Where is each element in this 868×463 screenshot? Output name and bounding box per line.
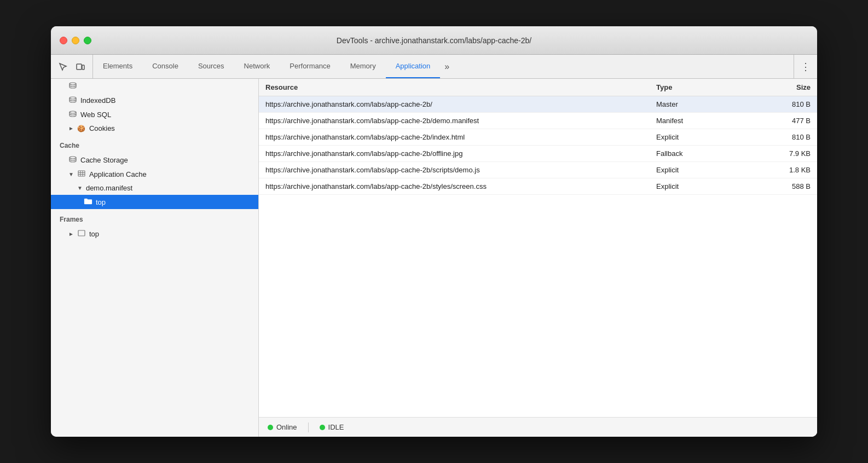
svg-rect-11 bbox=[78, 230, 85, 236]
table-row[interactable]: https://archive.jonathanstark.com/labs/a… bbox=[259, 178, 817, 195]
sidebar-label-top-frame: top bbox=[89, 230, 99, 238]
sidebar-label-cache-storage: Cache Storage bbox=[80, 156, 128, 164]
tab-elements[interactable]: Elements bbox=[93, 55, 142, 78]
content-panel: Resource Type Size https://archive.jonat… bbox=[259, 79, 817, 437]
main-content: ​ IndexedDB Web SQL ► 🍪 Cookies bbox=[51, 79, 817, 437]
cell-resource: https://archive.jonathanstark.com/labs/a… bbox=[259, 96, 650, 113]
cell-resource: https://archive.jonathanstark.com/labs/a… bbox=[259, 146, 650, 162]
app-cache-expand-icon: ▼ bbox=[68, 171, 74, 177]
top-frame-expand-icon: ► bbox=[68, 231, 74, 237]
sidebar-item-websql[interactable]: Web SQL bbox=[51, 107, 258, 121]
devtools-window: DevTools - archive.jonathanstark.com/lab… bbox=[51, 26, 817, 437]
sidebar-label-app-cache: Application Cache bbox=[89, 170, 147, 178]
tab-memory[interactable]: Memory bbox=[340, 55, 386, 78]
idle-dot bbox=[320, 425, 325, 430]
sidebar-label-indexeddb: IndexedDB bbox=[80, 96, 115, 105]
resource-table-container[interactable]: Resource Type Size https://archive.jonat… bbox=[259, 79, 817, 417]
cell-type: Master bbox=[650, 96, 733, 113]
column-header-size[interactable]: Size bbox=[733, 79, 817, 96]
svg-rect-6 bbox=[78, 171, 85, 176]
online-dot bbox=[268, 425, 273, 430]
sidebar-item-indexeddb[interactable]: IndexedDB bbox=[51, 93, 258, 107]
sidebar-item-cache-storage[interactable]: Cache Storage bbox=[51, 153, 258, 167]
window-title: DevTools - archive.jonathanstark.com/lab… bbox=[337, 36, 531, 45]
table-row[interactable]: https://archive.jonathanstark.com/labs/a… bbox=[259, 129, 817, 146]
online-label: Online bbox=[276, 423, 297, 431]
table-row[interactable]: https://archive.jonathanstark.com/labs/a… bbox=[259, 162, 817, 178]
tab-sources[interactable]: Sources bbox=[188, 55, 234, 78]
cell-type: Fallback bbox=[650, 146, 733, 162]
cookies-expand-icon: ► bbox=[68, 125, 74, 131]
db-icon bbox=[68, 82, 77, 90]
sidebar-item-top-cache[interactable]: top bbox=[51, 195, 258, 209]
tab-console[interactable]: Console bbox=[142, 55, 188, 78]
svg-point-5 bbox=[70, 157, 76, 159]
sidebar-item-demo-manifest[interactable]: ▼ demo.manifest bbox=[51, 181, 258, 195]
app-cache-icon bbox=[77, 170, 86, 178]
table-row[interactable]: https://archive.jonathanstark.com/labs/a… bbox=[259, 146, 817, 162]
column-header-type[interactable]: Type bbox=[650, 79, 733, 96]
maximize-button[interactable] bbox=[84, 37, 91, 44]
inspect-icon[interactable] bbox=[55, 59, 71, 74]
svg-rect-1 bbox=[82, 65, 84, 70]
sidebar-item-app-cache[interactable]: ▼ Application Cache bbox=[51, 167, 258, 181]
frame-icon bbox=[77, 229, 86, 238]
cell-size: 810 B bbox=[733, 96, 817, 113]
cache-section-label: Cache bbox=[51, 135, 258, 153]
svg-point-2 bbox=[70, 83, 76, 85]
cell-size: 1.8 KB bbox=[733, 162, 817, 178]
device-toolbar-icon[interactable] bbox=[73, 59, 88, 74]
cell-type: Explicit bbox=[650, 129, 733, 146]
demo-manifest-expand-icon: ▼ bbox=[77, 185, 83, 191]
tab-application[interactable]: Application bbox=[386, 55, 441, 78]
table-header-row: Resource Type Size bbox=[259, 79, 817, 96]
folder-icon bbox=[84, 198, 92, 206]
tab-bar: Elements Console Sources Network Perform… bbox=[93, 55, 794, 78]
sidebar-label-websql: Web SQL bbox=[80, 111, 111, 119]
sidebar: ​ IndexedDB Web SQL ► 🍪 Cookies bbox=[51, 79, 259, 437]
tab-performance[interactable]: Performance bbox=[280, 55, 340, 78]
cell-type: Manifest bbox=[650, 113, 733, 129]
cell-size: 477 B bbox=[733, 113, 817, 129]
toolbar: Elements Console Sources Network Perform… bbox=[51, 55, 817, 79]
cell-resource: https://archive.jonathanstark.com/labs/a… bbox=[259, 113, 650, 129]
sidebar-label-cookies: Cookies bbox=[89, 124, 115, 132]
cell-size: 588 B bbox=[733, 178, 817, 195]
sidebar-label-top-cache: top bbox=[96, 198, 106, 206]
table-body: https://archive.jonathanstark.com/labs/a… bbox=[259, 96, 817, 195]
minimize-button[interactable] bbox=[72, 37, 79, 44]
traffic-lights bbox=[60, 37, 91, 44]
table-row[interactable]: https://archive.jonathanstark.com/labs/a… bbox=[259, 113, 817, 129]
cell-size: 810 B bbox=[733, 129, 817, 146]
sidebar-item-something[interactable]: ​ bbox=[51, 79, 258, 93]
sidebar-label-demo-manifest: demo.manifest bbox=[86, 184, 132, 192]
svg-rect-0 bbox=[77, 64, 82, 70]
websql-icon bbox=[68, 110, 77, 119]
idle-label: IDLE bbox=[328, 423, 344, 431]
cell-resource: https://archive.jonathanstark.com/labs/a… bbox=[259, 178, 650, 195]
sidebar-item-cookies[interactable]: ► 🍪 Cookies bbox=[51, 121, 258, 135]
indexeddb-icon bbox=[68, 96, 77, 105]
cell-type: Explicit bbox=[650, 178, 733, 195]
cell-resource: https://archive.jonathanstark.com/labs/a… bbox=[259, 162, 650, 178]
column-header-resource[interactable]: Resource bbox=[259, 79, 650, 96]
frames-section-label: Frames bbox=[51, 209, 258, 227]
devtools-menu-button[interactable]: ⋮ bbox=[794, 55, 817, 78]
table-row[interactable]: https://archive.jonathanstark.com/labs/a… bbox=[259, 96, 817, 113]
cookies-icon: 🍪 bbox=[77, 125, 86, 132]
cell-resource: https://archive.jonathanstark.com/labs/a… bbox=[259, 129, 650, 146]
status-bar: Online IDLE bbox=[259, 417, 817, 437]
svg-point-4 bbox=[70, 111, 76, 113]
close-button[interactable] bbox=[60, 37, 67, 44]
cell-size: 7.9 KB bbox=[733, 146, 817, 162]
online-status: Online bbox=[268, 423, 297, 431]
sidebar-item-top-frame[interactable]: ► top bbox=[51, 227, 258, 241]
status-divider bbox=[308, 423, 309, 432]
cell-type: Explicit bbox=[650, 162, 733, 178]
titlebar: DevTools - archive.jonathanstark.com/lab… bbox=[51, 26, 817, 55]
tab-network[interactable]: Network bbox=[234, 55, 280, 78]
resource-table: Resource Type Size https://archive.jonat… bbox=[259, 79, 817, 195]
more-tabs-button[interactable]: » bbox=[440, 55, 454, 78]
idle-status: IDLE bbox=[320, 423, 344, 431]
svg-point-3 bbox=[70, 97, 76, 99]
